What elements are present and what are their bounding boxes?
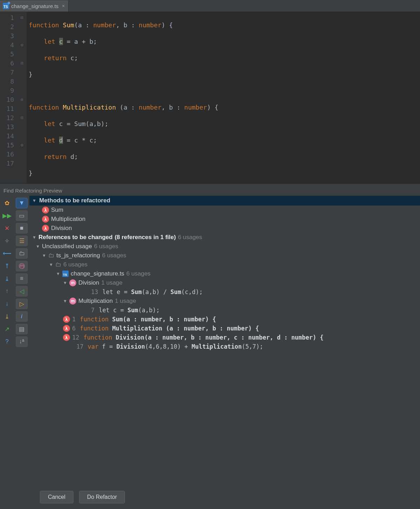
rerun-icon[interactable]: ▶▶ <box>2 210 12 221</box>
editor-tab-bar: TS change_signature.ts × <box>0 0 420 12</box>
lambda-icon: λ <box>63 325 70 332</box>
line-number: 1 <box>72 316 76 323</box>
usage-line-13[interactable]: 13 let e = Sum(a,b) / Sum(c,d); <box>29 287 420 297</box>
expand-icon[interactable]: ⤓ <box>2 273 12 284</box>
chevron-down-icon[interactable] <box>36 244 40 249</box>
sort-icon[interactable]: ↓ª <box>16 336 28 347</box>
line-number: 17 <box>76 343 83 350</box>
file-name: change_signature.ts <box>71 270 124 277</box>
chevron-down-icon[interactable] <box>32 198 36 203</box>
refactoring-tree[interactable]: Methods to be refactored λ Sum λ Multipl… <box>29 196 420 487</box>
section-references-header[interactable]: References to be changed (8 references i… <box>29 233 420 242</box>
chevron-down-icon[interactable] <box>42 253 46 258</box>
tool-view-toolbar: ▼ ▭ ■ ☰ 🗀 ⓜ ≡ ◁ ▷ i ▤ ↓ª <box>14 196 29 487</box>
lambda-icon: λ <box>42 225 49 232</box>
tab-filename: change_signature.ts <box>11 3 58 9</box>
lambda-icon: λ <box>63 316 70 323</box>
chevron-down-icon[interactable] <box>63 299 67 304</box>
code-snippet: function Multiplication (a : number, b :… <box>80 325 259 332</box>
close-red-icon[interactable]: ✕ <box>2 223 12 233</box>
code-editor[interactable]: 123456789 1011121314151617 ⊟⊖ ⊟⊖ ⊟⊖ func… <box>0 12 420 183</box>
line-number: 12 <box>72 334 79 341</box>
method-item-division[interactable]: λ Division <box>29 224 420 233</box>
settings-icon[interactable]: ✿ <box>2 198 12 208</box>
ref-line-12[interactable]: λ 12 function Division(a : number, b : n… <box>29 333 420 342</box>
refactoring-footer: Cancel Do Refactor <box>0 487 420 509</box>
ref-line-17[interactable]: 17 var f = Division(4,6,8,10) + Multipli… <box>29 342 420 351</box>
folder-icon: 🗀 <box>55 261 61 268</box>
code-snippet: var f = Division(4,6,8,10) + Multiplicat… <box>88 343 263 350</box>
project-node[interactable]: 🗀 ts_js_refactoring 6 usages <box>29 251 420 260</box>
close-icon[interactable]: × <box>62 3 65 9</box>
usage-line-7[interactable]: 7 let c = Sum(a,b); <box>29 306 420 315</box>
diff-right-icon[interactable]: ▷ <box>16 299 28 309</box>
unclassified-node[interactable]: Unclassified usage 6 usages <box>29 242 420 251</box>
chevron-down-icon[interactable] <box>63 280 67 285</box>
method-group-division[interactable]: m Division 1 usage <box>29 278 420 287</box>
code-snippet: function Division(a : number, b : number… <box>83 334 323 341</box>
lambda-icon: λ <box>63 334 70 341</box>
info-icon[interactable]: i <box>16 311 28 322</box>
collapse-icon[interactable]: ⤒ <box>2 261 12 271</box>
line-number-gutter: 123456789 1011121314151617 <box>0 12 18 183</box>
usage-count: 6 usages <box>126 270 150 277</box>
ref-line-6[interactable]: λ 6 function Multiplication (a : number,… <box>29 324 420 333</box>
flatten-icon[interactable]: ≡ <box>16 273 28 284</box>
code-snippet: let c = Sum(a,b); <box>99 307 160 314</box>
chevron-down-icon[interactable] <box>56 271 60 276</box>
section-methods-title: Methods to be refactored <box>39 197 110 204</box>
dir-node[interactable]: 🗀 6 usages <box>29 260 420 269</box>
layout-icon[interactable]: ▤ <box>16 324 28 334</box>
method-item-multiplication[interactable]: λ Multiplication <box>29 215 420 224</box>
editor-tab-change-signature[interactable]: TS change_signature.ts × <box>0 0 69 12</box>
usage-count: 1 usage <box>115 298 136 305</box>
section-references-detail: (8 references in 1 file) <box>115 234 176 241</box>
usage-count: 6 usages <box>94 243 118 250</box>
line-number: 13 <box>91 288 98 295</box>
open-icon[interactable]: ↗ <box>2 324 12 334</box>
section-references-title: References to be changed <box>38 234 113 241</box>
usage-count: 6 usages <box>178 234 202 241</box>
group-icon[interactable]: ☰ <box>16 236 28 246</box>
method-group-name: Multiplication <box>78 298 113 305</box>
folder-icon[interactable]: 🗀 <box>16 248 28 259</box>
file-node[interactable]: TS change_signature.ts 6 usages <box>29 269 420 278</box>
up-icon[interactable]: ↑ <box>2 286 12 297</box>
back-icon[interactable]: ⟵ <box>2 248 12 259</box>
down-icon[interactable]: ↓ <box>2 299 12 309</box>
lambda-icon: λ <box>42 216 49 223</box>
method-name: Sum <box>51 207 63 214</box>
module-icon[interactable]: ⓜ <box>16 261 28 271</box>
usage-count: 6 usages <box>102 252 126 259</box>
ts-file-icon: TS <box>3 3 9 9</box>
code-area[interactable]: function Sum(a : number, b : number) { l… <box>27 12 420 183</box>
diff-left-icon[interactable]: ◁ <box>16 286 28 297</box>
ts-file-icon: TS <box>62 271 69 277</box>
ref-line-1[interactable]: λ 1 function Sum(a : number, b : number)… <box>29 315 420 324</box>
method-icon: m <box>69 298 76 305</box>
project-name: ts_js_refactoring <box>56 252 100 259</box>
method-name: Multiplication <box>51 216 85 223</box>
method-item-sum[interactable]: λ Sum <box>29 205 420 215</box>
line-number: 6 <box>72 325 76 332</box>
usage-count: 6 usages <box>63 261 88 268</box>
method-name: Division <box>51 225 72 232</box>
method-group-multiplication[interactable]: m Multiplication 1 usage <box>29 297 420 306</box>
usage-count: 1 usage <box>102 279 123 286</box>
tool-window-title: Find Refactoring Preview <box>0 186 420 196</box>
pin-icon[interactable]: ✧ <box>2 236 12 246</box>
preview-icon[interactable]: ▭ <box>16 210 28 221</box>
chevron-down-icon[interactable] <box>32 235 36 240</box>
cancel-button[interactable]: Cancel <box>40 491 74 503</box>
section-methods-header[interactable]: Methods to be refactored <box>29 196 420 205</box>
export-icon[interactable]: ⤓ <box>2 311 12 322</box>
do-refactor-button[interactable]: Do Refactor <box>79 491 125 503</box>
code-snippet: function Sum(a : number, b : number) { <box>80 316 216 323</box>
help-icon[interactable]: ? <box>2 336 12 347</box>
fold-gutter[interactable]: ⊟⊖ ⊟⊖ ⊟⊖ <box>18 12 27 183</box>
filter-icon[interactable]: ▼ <box>16 198 28 208</box>
select-icon[interactable]: ■ <box>16 223 28 233</box>
unclassified-label: Unclassified usage <box>42 243 92 250</box>
chevron-down-icon[interactable] <box>49 262 53 267</box>
lambda-icon: λ <box>42 207 49 214</box>
